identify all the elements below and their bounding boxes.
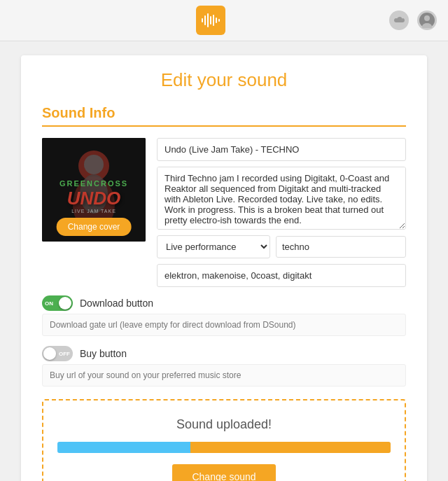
buy-toggle-row: OFF Buy button: [42, 346, 406, 361]
download-label: Download button: [80, 298, 153, 309]
svg-rect-2: [207, 13, 209, 27]
avatar[interactable]: [417, 11, 437, 30]
download-toggle-row: ON Download button: [42, 295, 406, 311]
buy-toggle[interactable]: OFF: [42, 346, 73, 361]
download-url-input[interactable]: [42, 314, 406, 336]
toggle-knob: [59, 297, 71, 309]
cover-title: UNDO: [42, 189, 146, 207]
top-bar-right: [389, 11, 437, 30]
svg-rect-3: [210, 16, 211, 25]
svg-rect-4: [213, 15, 214, 26]
progress-bar: [57, 442, 391, 453]
progress-blue: [57, 442, 190, 453]
svg-rect-6: [218, 19, 220, 22]
tags-input[interactable]: [157, 264, 406, 287]
download-toggle[interactable]: ON: [42, 295, 73, 311]
description-input[interactable]: Third Techno jam I recorded using Digita…: [157, 167, 406, 230]
svg-rect-5: [216, 18, 217, 23]
upload-title: Sound uploaded!: [57, 417, 391, 432]
cover-image: GREENCROSS UNDO LIVE JAM TAKE Change cov…: [42, 138, 146, 242]
change-sound-button[interactable]: Change sound: [172, 464, 275, 481]
main-content: Edit your sound Sound Info GREENCROSS UN…: [21, 55, 427, 481]
title-input[interactable]: [157, 138, 406, 161]
cover-subtitle: LIVE JAM TAKE: [42, 209, 146, 214]
section-title: Sound Info: [42, 105, 406, 127]
buy-label: Buy button: [80, 348, 127, 359]
svg-rect-1: [204, 15, 206, 25]
logo: [196, 6, 225, 35]
cloud-icon[interactable]: [389, 11, 409, 30]
toggle-off-label: OFF: [59, 351, 70, 357]
page-title: Edit your sound: [42, 69, 406, 91]
svg-rect-0: [202, 18, 203, 22]
genre-select[interactable]: Live performance Electronic Techno Ambie…: [157, 235, 270, 258]
svg-point-8: [424, 15, 430, 21]
genre-row: Live performance Electronic Techno Ambie…: [157, 235, 406, 258]
cover-green-text: GREENCROSS: [42, 179, 146, 188]
upload-box: Sound uploaded! Change sound: [42, 399, 406, 481]
subgenre-input[interactable]: [276, 236, 406, 258]
right-fields: Third Techno jam I recorded using Digita…: [157, 138, 406, 287]
cover-wrapper: GREENCROSS UNDO LIVE JAM TAKE Change cov…: [42, 138, 146, 242]
svg-point-13: [84, 155, 104, 174]
change-cover-button[interactable]: Change cover: [57, 218, 132, 236]
top-bar: [0, 0, 448, 41]
buy-url-input[interactable]: [42, 364, 406, 386]
toggle-on-label: ON: [45, 300, 53, 307]
progress-orange: [190, 442, 391, 453]
sound-info-row: GREENCROSS UNDO LIVE JAM TAKE Change cov…: [42, 138, 406, 287]
buy-toggle-knob: [43, 347, 56, 360]
